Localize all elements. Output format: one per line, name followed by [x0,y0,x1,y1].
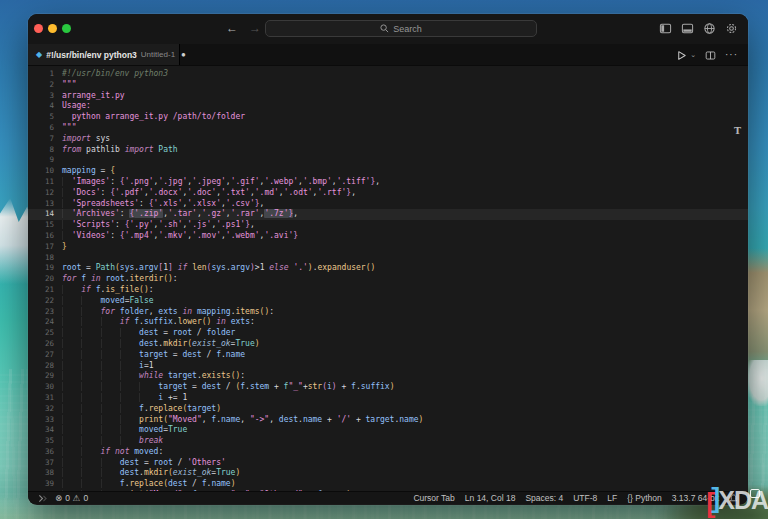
settings-gear-icon[interactable] [725,22,738,35]
titlebar: ← → Search [28,14,748,44]
code-line[interactable]: 34 moved=True [28,425,748,436]
line-number: 6 [28,123,54,134]
code-line[interactable]: 23 for folder, exts in mapping.items(): [28,307,748,318]
search-input[interactable]: Search [265,20,537,37]
code-line[interactable]: 20for f in root.iterdir(): [28,274,748,285]
code-line[interactable]: 16 'Videos': {'.mp4','.mkv','.mov','.web… [28,231,748,242]
code-token: suffix [361,382,390,391]
code-line[interactable]: 37 dest = root / 'Others' [28,458,748,469]
code-token: , [375,177,380,186]
code-line[interactable]: 22 moved=False [28,296,748,307]
globe-icon[interactable] [703,22,716,35]
forward-arrow-icon[interactable]: → [249,22,261,35]
code-line[interactable]: 36 if not moved: [28,447,748,458]
code-line[interactable]: 4Usage: [28,101,748,112]
indent-guide [101,339,120,348]
code-line[interactable]: 25 dest = root / folder [28,328,748,339]
toggle-primary-sidebar-icon[interactable] [659,22,672,35]
code-token: str [308,382,322,391]
indent-guide [120,404,139,413]
code-line[interactable]: 24 if f.suffix.lower() in exts: [28,317,748,328]
status-item[interactable]: LF [607,493,617,503]
xda-speech-bubble-icon [750,489,760,498]
code-line[interactable]: 11 'Images': {'.png','.jpg','.jpeg','.gi… [28,177,748,188]
status-item[interactable]: {} Python [627,493,662,503]
magnifier-icon [380,24,389,33]
close-window-button[interactable] [34,24,43,33]
code-token: '.pdf' [115,188,144,197]
code-line[interactable]: 2""" [28,80,748,91]
code-line[interactable]: 39 f.replace(dest / f.name) [28,479,748,490]
xda-bracket-right: ] [711,485,720,512]
code-line[interactable]: 38 dest.mkdir(exist_ok=True) [28,468,748,479]
code-line[interactable]: 19root = Path(sys.argv[1] if len(sys.arg… [28,263,748,274]
code-line[interactable]: 8from pathlib import Path [28,145,748,156]
code-line[interactable]: 7import sys [28,134,748,145]
indent-guide [81,382,100,391]
code-line[interactable]: 13 'Spreadsheets': {'.xls','.xlsx','.csv… [28,199,748,210]
code-line[interactable]: 27 target = dest / f.name [28,350,748,361]
code-line[interactable]: 12 'Docs': {'.pdf','.docx','.doc','.txt'… [28,188,748,199]
tab-untitled-1[interactable]: ◆ #!/usr/bin/env python3 Untitled-1 ● [28,44,180,65]
status-item[interactable]: Cursor Tab [413,493,454,503]
code-line[interactable]: 35 break [28,436,748,447]
indent-guide [120,382,139,391]
indent-guide [139,393,158,402]
code-token: 'Scripts' [72,220,115,229]
titlebar-actions [659,22,738,35]
indent-guide [101,328,120,337]
code-token: exist_ok [192,339,231,348]
code-token: root [105,274,124,283]
line-number: 23 [28,307,54,318]
line-number: 20 [28,274,54,285]
code-line[interactable]: 29 while target.exists(): [28,371,748,382]
code-line[interactable]: 5 python arrange_it.py /path/to/folder [28,112,748,123]
run-dropdown-chevron-icon[interactable]: ⌄ [690,51,696,59]
line-number: 13 [28,199,54,210]
code-token: replace [149,404,183,413]
run-button[interactable] [676,50,687,61]
code-token: 1 [182,393,187,402]
code-line[interactable]: 6""" [28,123,748,134]
code-line[interactable]: 10mapping = { [28,166,748,177]
problems-indicator[interactable]: ⊗ 0 ⚠ 0 [55,493,88,503]
remote-indicator-icon[interactable] [38,494,47,503]
line-number: 30 [28,382,54,393]
warning-icon: ⚠ [73,493,81,503]
line-number: 38 [28,468,54,479]
code-line[interactable]: 33 print("Moved", f.name, "->", dest.nam… [28,415,748,426]
status-item[interactable]: Ln 14, Col 18 [465,493,516,503]
code-line[interactable]: 28 i=1 [28,361,748,372]
indent-guide [120,425,139,434]
code-token: "->" [250,415,269,424]
status-item[interactable]: UTF-8 [573,493,597,503]
code-line[interactable]: 26 dest.mkdir(exist_ok=True) [28,339,748,350]
code-line[interactable]: 18 [28,253,748,264]
indent-guide [62,425,81,434]
code-line[interactable]: 3arrange_it.py [28,91,748,102]
code-line[interactable]: 30 target = dest / (f.stem + f"_"+str(i)… [28,382,748,393]
code-line[interactable]: 9 [28,155,748,166]
back-arrow-icon[interactable]: ← [226,22,238,35]
code-token: dest [202,382,221,391]
line-number: 34 [28,425,54,436]
indent-guide [101,317,120,326]
zoom-window-button[interactable] [62,24,71,33]
code-line[interactable]: 21 if f.is_file(): [28,285,748,296]
code-line[interactable]: 14 'Archives': {'.zip','.tar','.gz','.ra… [28,209,748,220]
indent-guide [81,307,100,316]
code-line[interactable]: 15 'Scripts': {'.py','.sh','.js','.ps1'}… [28,220,748,231]
line-number: 27 [28,350,54,361]
more-actions-icon[interactable]: ··· [725,50,738,60]
toggle-panel-icon[interactable] [681,22,694,35]
code-line[interactable]: 31 i += 1 [28,393,748,404]
code-line[interactable]: 17} [28,242,748,253]
editor-pane[interactable]: 1#!/usr/bin/env python32"""3arrange_it.p… [28,66,748,491]
minimize-window-button[interactable] [48,24,57,33]
code-line[interactable]: 1#!/usr/bin/env python3 [28,69,748,80]
code-line[interactable]: 32 f.replace(target) [28,404,748,415]
split-editor-icon[interactable] [705,50,716,61]
status-item[interactable]: Spaces: 4 [525,493,563,503]
code-token: if [120,317,130,326]
indent-guide [120,393,139,402]
